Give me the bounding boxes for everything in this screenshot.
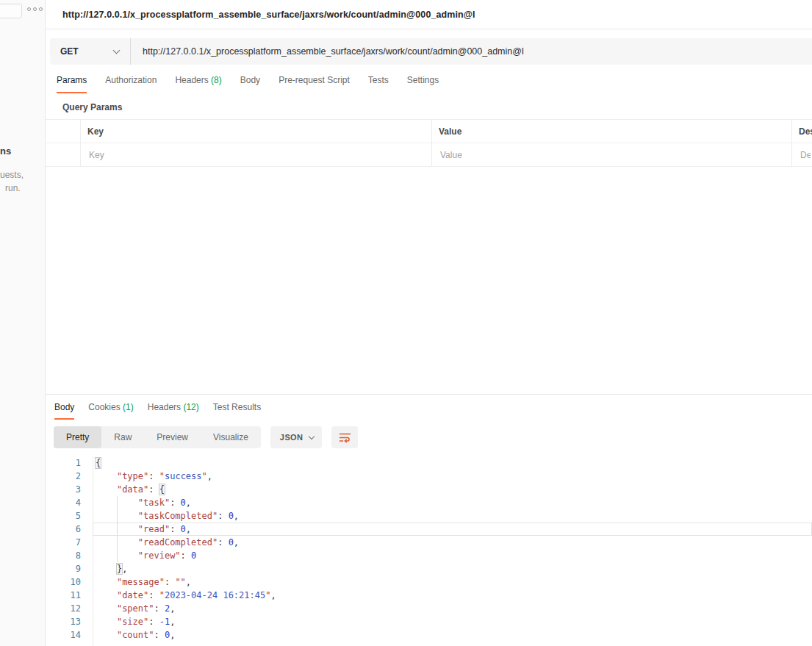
sidebar-collections-label-fragment: ns bbox=[0, 146, 11, 157]
indent-guide bbox=[117, 536, 118, 549]
method-dropdown[interactable]: GET bbox=[50, 38, 131, 65]
request-tab-settings[interactable]: Settings bbox=[407, 75, 439, 93]
line-number: 7 bbox=[46, 536, 93, 549]
code-line: 11 "date": "2023-04-24 16:21:45", bbox=[46, 589, 812, 602]
line-number: 14 bbox=[46, 628, 93, 642]
code-line: 10 "message": "", bbox=[46, 575, 812, 589]
request-tab-tests[interactable]: Tests bbox=[368, 75, 389, 93]
code-line-text: { bbox=[93, 456, 812, 470]
code-line: 7 "readCompleted": 0, bbox=[46, 536, 812, 549]
line-number: 3 bbox=[46, 483, 93, 496]
request-tabs: ParamsAuthorizationHeaders (8)BodyPre-re… bbox=[57, 75, 812, 93]
response-toolbar: PrettyRawPreviewVisualize JSON bbox=[54, 426, 812, 448]
param-key-input[interactable] bbox=[87, 149, 431, 161]
request-tab-title[interactable]: http://127.0.0.1/x_processplatform_assem… bbox=[62, 10, 475, 20]
request-tab-headers[interactable]: Headers (8) bbox=[175, 75, 221, 93]
code-line: 4 "task": 0, bbox=[46, 496, 812, 509]
view-mode-raw[interactable]: Raw bbox=[101, 426, 144, 448]
code-line: 1{ bbox=[46, 456, 812, 470]
param-row bbox=[46, 143, 812, 167]
response-tab-count-badge: (1) bbox=[123, 402, 134, 412]
wrap-lines-icon bbox=[339, 432, 351, 443]
request-tab-params[interactable]: Params bbox=[57, 75, 87, 93]
param-key-header: Key bbox=[81, 120, 432, 143]
line-number: 2 bbox=[46, 470, 93, 483]
sidebar-caption-fragment-2: run. bbox=[5, 183, 21, 193]
main-pane: http://127.0.0.1/x_processplatform_assem… bbox=[46, 0, 812, 646]
code-line-text: }, bbox=[93, 562, 812, 575]
view-mode-visualize[interactable]: Visualize bbox=[201, 426, 261, 448]
response-tab-test-results[interactable]: Test Results bbox=[213, 402, 261, 420]
code-line-text: "task": 0, bbox=[93, 496, 812, 509]
code-line-text: "type": "success", bbox=[93, 470, 812, 483]
code-line-text: "message": "", bbox=[93, 575, 812, 589]
line-number: 9 bbox=[46, 562, 93, 575]
app-window: ns uests, run. http://127.0.0.1/x_proces… bbox=[0, 0, 812, 646]
format-dropdown[interactable]: JSON bbox=[270, 426, 323, 448]
chevron-down-icon bbox=[309, 433, 315, 439]
param-value-header: Value bbox=[432, 120, 792, 143]
format-label: JSON bbox=[280, 433, 303, 442]
indent-guide bbox=[117, 549, 118, 562]
wrap-lines-button[interactable] bbox=[331, 426, 358, 448]
url-input[interactable] bbox=[131, 38, 812, 65]
request-tab-pre-request-script[interactable]: Pre-request Script bbox=[279, 75, 350, 93]
request-tab-body[interactable]: Body bbox=[240, 75, 260, 93]
param-select-header-cell bbox=[46, 120, 81, 143]
code-line: 6 "read": 0, bbox=[46, 523, 812, 536]
code-line: 2 "type": "success", bbox=[46, 470, 812, 483]
response-tabs: BodyCookies (1)Headers (12)Test Results bbox=[54, 402, 812, 420]
indent-guide bbox=[117, 509, 118, 523]
param-description-input[interactable] bbox=[799, 149, 812, 161]
sidebar: ns uests, run. bbox=[0, 0, 46, 646]
code-line-text: "size": -1, bbox=[93, 615, 812, 628]
view-mode-switch: PrettyRawPreviewVisualize bbox=[54, 426, 261, 448]
response-tab-cookies[interactable]: Cookies (1) bbox=[88, 402, 133, 420]
line-number: 4 bbox=[46, 496, 93, 509]
view-mode-preview[interactable]: Preview bbox=[144, 426, 201, 448]
code-line-text: "spent": 2, bbox=[93, 602, 812, 615]
line-number: 1 bbox=[46, 456, 93, 470]
response-tab-body[interactable]: Body bbox=[54, 402, 74, 420]
params-header-row: Key Value Description bbox=[46, 120, 812, 143]
method-label: GET bbox=[60, 46, 79, 57]
response-tab-headers[interactable]: Headers (12) bbox=[148, 402, 199, 420]
param-value-input[interactable] bbox=[439, 149, 791, 161]
request-tab-count-badge: (8) bbox=[211, 75, 222, 85]
query-params-title: Query Params bbox=[62, 102, 812, 112]
code-line-text: "taskCompleted": 0, bbox=[93, 509, 812, 523]
code-line-text: "review": 0 bbox=[93, 549, 812, 562]
code-line-text: "readCompleted": 0, bbox=[93, 536, 812, 549]
line-number: 8 bbox=[46, 549, 93, 562]
code-line-text: "read": 0, bbox=[93, 523, 812, 536]
code-line: 12 "spent": 2, bbox=[46, 602, 812, 615]
code-line: 9 }, bbox=[46, 562, 812, 575]
params-table: Key Value Description bbox=[46, 119, 812, 167]
view-mode-pretty[interactable]: Pretty bbox=[54, 426, 101, 448]
sidebar-caption-fragment-1: uests, bbox=[0, 170, 24, 180]
url-bar: GET bbox=[50, 38, 812, 65]
code-line-text: "date": "2023-04-24 16:21:45", bbox=[93, 589, 812, 602]
code-line: 3 "data": { bbox=[46, 483, 812, 496]
indent-guide bbox=[117, 523, 118, 536]
indent-guide bbox=[117, 496, 118, 509]
code-line: 13 "size": -1, bbox=[46, 615, 812, 628]
more-options-icon[interactable] bbox=[27, 7, 43, 11]
param-select-cell bbox=[46, 143, 81, 166]
line-number: 10 bbox=[46, 575, 93, 589]
request-section: GET ParamsAuthorizationHeaders (8)BodyPr… bbox=[46, 38, 812, 167]
request-tab-bar: http://127.0.0.1/x_processplatform_assem… bbox=[46, 0, 812, 29]
line-number: 11 bbox=[46, 589, 93, 602]
code-line: 14 "count": 0, bbox=[46, 628, 812, 642]
sidebar-partial-button[interactable] bbox=[0, 4, 22, 18]
response-tab-count-badge: (12) bbox=[183, 402, 198, 412]
response-body-code[interactable]: 1{2 "type": "success",3 "data": {4 "task… bbox=[46, 456, 812, 646]
code-line: 5 "taskCompleted": 0, bbox=[46, 509, 812, 523]
chevron-down-icon bbox=[113, 46, 121, 54]
code-line-text: "data": { bbox=[93, 483, 812, 496]
code-line: 8 "review": 0 bbox=[46, 549, 812, 562]
line-number: 6 bbox=[46, 523, 93, 536]
request-tab-authorization[interactable]: Authorization bbox=[105, 75, 157, 93]
param-description-header: Description bbox=[792, 120, 812, 143]
line-number: 5 bbox=[46, 509, 93, 523]
